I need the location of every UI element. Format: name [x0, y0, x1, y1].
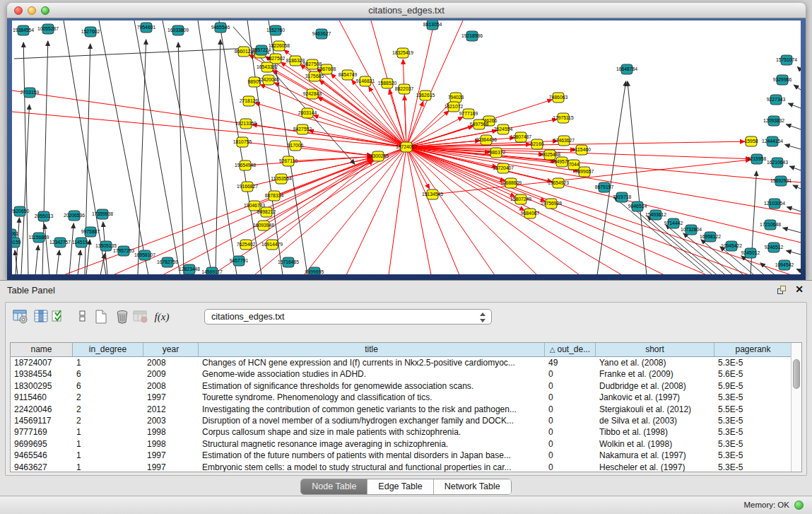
graph-edge[interactable] [163, 21, 212, 274]
table-cell[interactable]: 6 [73, 380, 143, 392]
graph-edge[interactable] [406, 147, 801, 214]
graph-edge[interactable] [796, 269, 801, 271]
graph-edge[interactable] [242, 142, 372, 156]
graph-edge[interactable] [295, 146, 372, 156]
table-row[interactable]: 1938455462009Genome-wide association stu… [11, 368, 801, 380]
graph-edge[interactable] [597, 81, 626, 274]
table-cell[interactable]: 18724007 [11, 357, 73, 368]
network-canvas[interactable]: 1872400718300295866012389129541822605898… [12, 21, 801, 274]
graph-edge[interactable] [788, 103, 801, 108]
table-cell[interactable]: Tourette syndrome. Phenomenology and cla… [199, 392, 545, 403]
table-cell[interactable]: Corpus callosum shape and size in male p… [199, 426, 545, 438]
table-cell[interactable]: 2012 [143, 404, 199, 415]
float-panel-icon[interactable] [777, 286, 787, 295]
table-cell[interactable]: 0 [545, 462, 596, 472]
table-row[interactable]: 2242004622012Investigating the contribut… [11, 404, 801, 415]
graph-edge[interactable] [35, 245, 38, 274]
table-cell[interactable]: 5.5E-5 [714, 404, 792, 415]
select-rows-icon[interactable] [49, 308, 68, 326]
table-cell[interactable]: Nakamura et al. (1997) [596, 450, 714, 461]
table-cell[interactable]: 1998 [143, 438, 199, 450]
table-select-combobox[interactable]: citations_edges.txt [204, 309, 492, 325]
table-cell[interactable]: 0 [545, 392, 596, 403]
table-row[interactable]: 946362711997Embryonic stem cells: a mode… [11, 462, 801, 472]
table-cell[interactable]: Franke et al. (2009) [596, 368, 714, 380]
graph-edge[interactable] [789, 166, 801, 170]
graph-edge[interactable] [404, 95, 406, 147]
table-cell[interactable]: 1 [73, 438, 143, 450]
table-cell[interactable]: Disruption of a novel member of a sodium… [199, 415, 545, 426]
column-header-outde[interactable]: △out_de... [545, 343, 596, 356]
table-cell[interactable]: Investigating the contribution of common… [199, 404, 545, 415]
graph-edge[interactable] [793, 185, 801, 189]
graph-edge[interactable] [751, 171, 756, 274]
graph-edge[interactable] [45, 224, 49, 274]
graph-edge[interactable] [785, 145, 801, 149]
table-cell[interactable]: 1 [73, 450, 143, 461]
graph-edge[interactable] [23, 42, 28, 274]
trash-icon[interactable] [113, 308, 131, 326]
table-cell[interactable]: 18300295 [11, 380, 73, 392]
table-cell[interactable]: 5.3E-5 [714, 357, 792, 368]
table-cell[interactable]: 5.3E-5 [714, 438, 792, 450]
table-cell[interactable]: 2 [73, 404, 143, 415]
table-cell[interactable]: 9465546 [11, 450, 73, 461]
table-cell[interactable]: 1997 [143, 392, 199, 403]
table-cell[interactable]: 1997 [143, 450, 199, 461]
table-cell[interactable]: 2 [73, 415, 143, 426]
table-cell[interactable]: Estimation of the future numbers of pati… [199, 450, 545, 461]
table-settings-icon[interactable] [11, 308, 30, 326]
table-cell[interactable]: 0 [545, 380, 596, 392]
table-cell[interactable]: 9699695 [11, 438, 73, 450]
graph-edge[interactable] [12, 90, 406, 147]
table-cell[interactable]: Changes of HCN gene expression and I(f) … [199, 357, 545, 368]
table-cell[interactable]: 19384554 [11, 368, 73, 380]
table-cell[interactable]: 9777169 [11, 426, 73, 438]
graph-edge[interactable] [57, 250, 59, 274]
column-header-name[interactable]: name [11, 343, 73, 356]
graph-edge[interactable] [783, 228, 801, 233]
graph-edge[interactable] [14, 48, 245, 59]
graph-edge[interactable] [254, 147, 406, 274]
graph-edge[interactable] [797, 66, 801, 70]
graph-edge[interactable] [794, 85, 801, 90]
table-row[interactable]: 1830029562008Estimation of significance … [11, 380, 801, 392]
graph-edge[interactable] [69, 223, 73, 274]
column-header-pagerank[interactable]: pagerank [714, 343, 792, 356]
graph-edge[interactable] [178, 42, 184, 274]
table-cell[interactable]: Stergiakouli et al. (2012) [596, 404, 714, 415]
graph-edge[interactable] [216, 40, 220, 274]
column-header-indegree[interactable]: in_degree [73, 343, 143, 356]
graph-edge[interactable] [787, 124, 801, 129]
table-cell[interactable]: 1 [73, 357, 143, 368]
tab-node-table[interactable]: Node Table [301, 479, 367, 494]
graph-edge[interactable] [12, 112, 406, 147]
table-cell[interactable]: 2008 [143, 380, 199, 392]
table-cell[interactable]: 49 [545, 357, 596, 368]
graph-edge[interactable] [138, 40, 146, 274]
graph-edge[interactable] [406, 147, 792, 274]
table-row[interactable]: 1872400712008Changes of HCN gene express… [11, 357, 801, 368]
table-cell[interactable]: Hescheler et al. (1997) [596, 462, 714, 472]
table-cell[interactable]: 1 [73, 462, 143, 472]
table-cell[interactable]: 1 [73, 426, 143, 438]
column-header-short[interactable]: short [596, 343, 714, 356]
graph-edge[interactable] [406, 21, 463, 147]
table-row[interactable]: 911546021997Tourette syndrome. Phenomeno… [11, 392, 801, 403]
table-cell[interactable]: Genome-wide association studies in ADHD. [199, 368, 545, 380]
table-cell[interactable]: 5.3E-5 [714, 462, 792, 472]
new-file-icon[interactable] [92, 308, 110, 326]
delete-table-icon[interactable] [131, 308, 150, 326]
table-cell[interactable]: Dudbridge et al. (2008) [596, 380, 714, 392]
graph-edge[interactable] [406, 147, 622, 274]
table-cell[interactable]: 9115460 [11, 392, 73, 403]
graph-edge[interactable] [245, 157, 372, 165]
table-cell[interactable]: 2008 [143, 357, 199, 368]
column-header-title[interactable]: title [199, 343, 545, 356]
table-cell[interactable]: 0 [545, 450, 596, 461]
table-cell[interactable]: Wolkin et al. (1998) [596, 438, 714, 450]
graph-edge[interactable] [64, 21, 106, 274]
select-column-icon[interactable] [33, 308, 51, 326]
table-row[interactable]: 969969511998Structural magnetic resonanc… [11, 438, 801, 450]
function-icon[interactable]: f(x) [153, 308, 171, 326]
